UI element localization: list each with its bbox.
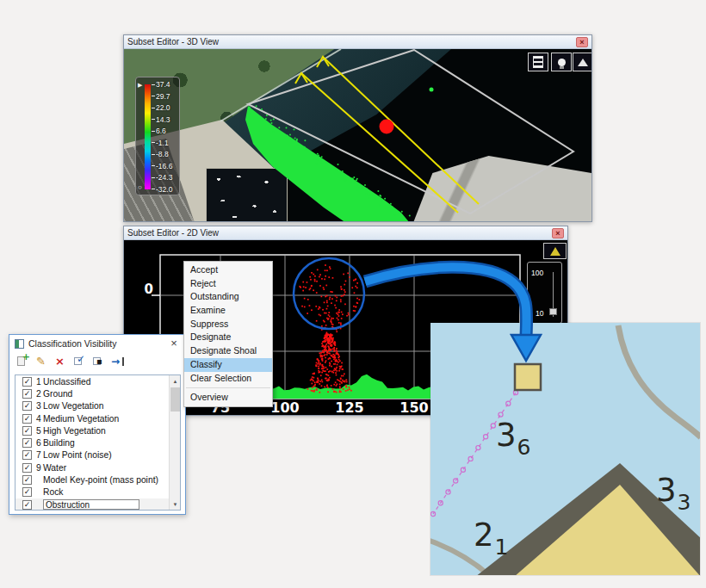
checkbox-checked-icon[interactable]: ✓ [22, 377, 32, 387]
checkbox-checked-icon[interactable]: ✓ [22, 450, 32, 460]
lightbulb-glyph [558, 59, 566, 66]
dialog-toolbar: +✎×✓▪→ [16, 355, 124, 370]
depth-sounding: 33 [656, 474, 691, 513]
class-number: 2 [36, 389, 43, 399]
2d-window-titlebar[interactable]: Subset Editor - 2D View × [124, 226, 567, 240]
menu-item-designate[interactable]: Designate [184, 331, 272, 344]
vertical-exaggeration-icon[interactable] [573, 53, 591, 71]
checkbox-checked-icon[interactable]: ✓ [22, 475, 32, 485]
filmstrip-glyph [533, 56, 543, 68]
colorbar-bottom-marker-icon[interactable]: ○ [138, 184, 142, 190]
colorbar-tick [152, 177, 155, 178]
scrollbar-thumb[interactable] [170, 387, 180, 412]
slider-handle[interactable] [549, 308, 557, 315]
checkbox-checked-icon[interactable]: ✓ [22, 500, 32, 510]
add-class-icon[interactable]: + [16, 355, 29, 368]
classification-row[interactable]: ✓1Unclassified [15, 375, 180, 387]
class-name: Medium Vegetation [43, 414, 119, 424]
menu-item-classify[interactable]: Classify [184, 358, 272, 372]
classify-context-menu: AcceptRejectOutstandingExamineSuppressDe… [183, 261, 273, 407]
dialog-close-button[interactable]: × [168, 337, 180, 350]
colorbar-label: -1.1 [152, 139, 169, 146]
nautical-chart-inset: 363321 [430, 323, 700, 575]
dialog-title: Classification Visibility [28, 338, 117, 349]
subset-boundary-rect[interactable] [248, 50, 573, 214]
colorbar-tick [152, 142, 155, 143]
3d-scene-overlay [124, 49, 591, 221]
classification-row[interactable]: ✓2Ground [15, 387, 180, 399]
checkbox-checked-icon[interactable]: ✓ [22, 463, 32, 473]
chart-graphics [430, 323, 700, 575]
list-scrollbar[interactable]: ▲ ▼ [169, 375, 180, 510]
classification-row[interactable]: ✓9Water [15, 461, 180, 473]
lightbulb-icon[interactable] [551, 53, 572, 71]
checkbox-checked-icon[interactable]: ✓ [22, 389, 32, 399]
scrollbar-up-icon[interactable]: ▲ [170, 375, 181, 387]
shoreline-line [220, 49, 341, 121]
classification-row[interactable]: ✓3Low Vegetation [15, 400, 180, 412]
stray-green-point [430, 88, 434, 92]
menu-item-suppress[interactable]: Suppress [184, 318, 272, 331]
classification-row[interactable]: ✓7Low Point (noise) [15, 449, 180, 461]
selected-point-red[interactable] [380, 120, 394, 134]
color-scale-icon[interactable] [543, 243, 567, 259]
classification-row[interactable]: ✓6Building [15, 436, 180, 449]
menu-item-outstanding[interactable]: Outstanding [184, 290, 272, 304]
classification-row[interactable]: ✓4Medium Vegetation [15, 412, 180, 424]
checkbox-checked-icon[interactable]: ✓ [22, 438, 32, 448]
depth-sounding: 36 [496, 419, 530, 458]
triangle-glyph [578, 59, 588, 66]
2d-close-button[interactable]: × [552, 228, 564, 238]
classification-row[interactable]: ✓Model Key-point (mass point) [15, 473, 180, 486]
depth-sounding: 21 [474, 519, 508, 558]
slider-max-label: 100 [531, 269, 543, 277]
export-classes-icon[interactable]: → [111, 355, 124, 368]
3d-window-titlebar[interactable]: Subset Editor - 3D View × [124, 35, 591, 49]
menu-separator [186, 387, 270, 388]
menu-item-reject[interactable]: Reject [184, 277, 272, 291]
colorbar-gradient [145, 84, 151, 189]
scrollbar-down-icon[interactable]: ▼ [170, 498, 181, 510]
classification-row[interactable]: ✓ [15, 498, 180, 511]
class-number: 3 [36, 401, 43, 411]
obstruction-symbol[interactable] [515, 364, 541, 390]
edit-class-icon[interactable]: ✎ [35, 355, 48, 368]
delete-class-icon[interactable]: × [54, 355, 67, 368]
menu-item-examine[interactable]: Examine [184, 304, 272, 318]
class-name: Model Key-point (mass point) [43, 475, 158, 485]
obstruction-name-input[interactable] [43, 499, 139, 510]
class-number: 5 [36, 426, 43, 436]
3d-view-canvas[interactable]: 37.429.722.014.36.6-1.1-8.8-16.6-24.3-32… [124, 49, 591, 221]
histogram-triangle-glyph [550, 247, 560, 256]
colorbar-label: -32.0 [152, 185, 172, 193]
colorbar-label: 6.6 [152, 127, 166, 135]
colorbar-tick [152, 131, 155, 132]
colorbar-top-marker-icon[interactable]: ▶ [138, 82, 142, 88]
check-all-icon[interactable]: ✓ [73, 355, 86, 368]
checkbox-checked-icon[interactable]: ✓ [22, 401, 32, 411]
menu-item-designate-shoal[interactable]: Designate Shoal [184, 344, 272, 358]
3d-close-button[interactable]: × [576, 37, 588, 47]
colorbar-tick [152, 108, 155, 108]
colorbar-tick [152, 189, 155, 189]
uncheck-all-icon[interactable]: ▪ [92, 355, 105, 368]
dialog-titlebar[interactable]: Classification Visibility × [9, 335, 185, 352]
classification-row[interactable]: ✓Rock [15, 486, 180, 498]
y-axis-label: 0 [131, 282, 153, 297]
colorbar-label: 22.0 [152, 104, 170, 112]
colorbar-label: 37.4 [152, 81, 170, 89]
checkbox-checked-icon[interactable]: ✓ [22, 487, 32, 497]
classification-row[interactable]: ✓5High Vegetation [15, 424, 180, 436]
colorbar-label: -16.6 [152, 162, 172, 170]
point-size-slider[interactable]: 100 10 [527, 262, 562, 324]
menu-item-accept[interactable]: Accept [184, 263, 272, 277]
class-number: 1 [36, 377, 43, 387]
class-name: High Vegetation [43, 426, 106, 436]
filmstrip-icon[interactable] [528, 53, 548, 71]
checkbox-checked-icon[interactable]: ✓ [22, 414, 32, 424]
menu-item-overview[interactable]: Overview [184, 391, 272, 405]
subset-editor-3d-window: Subset Editor - 3D View × 37.429.722.014… [123, 34, 592, 222]
menu-item-clear-selection[interactable]: Clear Selection [184, 372, 272, 386]
colorbar-label: -8.8 [152, 151, 169, 158]
checkbox-checked-icon[interactable]: ✓ [22, 426, 32, 436]
